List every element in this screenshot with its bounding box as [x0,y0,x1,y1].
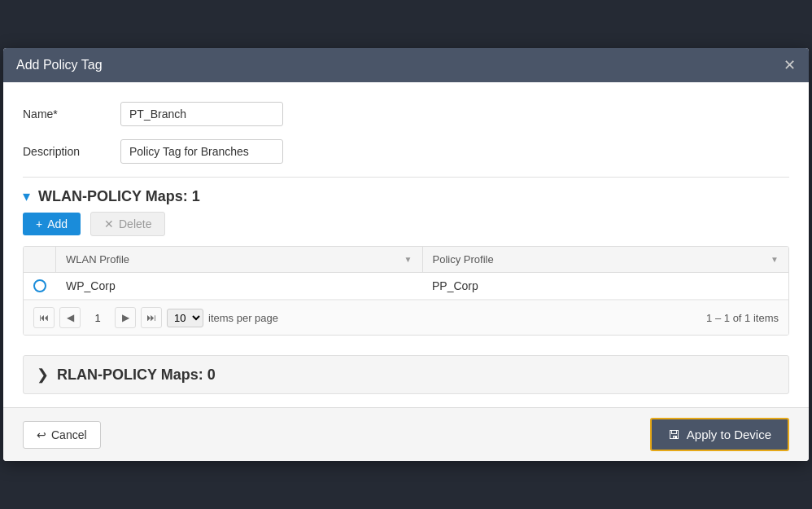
plus-icon: + [36,217,42,230]
policy-profile-header-label: Policy Profile [433,253,494,265]
rlan-section-title: RLAN-POLICY Maps: 0 [57,366,216,384]
next-page-button[interactable]: ▶ [115,307,136,328]
add-button[interactable]: + Add [23,213,81,235]
policy-profile-cell: PP_Corp [422,273,788,299]
modal: Add Policy Tag ✕ Name* Description ▾ WLA… [3,48,809,461]
wlan-section-title: WLAN-POLICY Maps: 1 [38,188,200,205]
modal-header: Add Policy Tag ✕ [3,48,809,82]
cancel-button[interactable]: ↩ Cancel [23,421,101,449]
wlan-profile-header-label: WLAN Profile [66,253,129,265]
wlan-actions: + Add ✕ Delete [23,212,789,236]
pagination: ⏮ ◀ 1 ▶ ⏭ 10 25 50 items per page 1 – 1 … [24,300,788,335]
wlan-profile-value: WP_Corp [66,279,116,292]
policy-profile-header: Policy Profile ▼ [423,247,789,272]
modal-title: Add Policy Tag [16,58,103,72]
wlan-profile-sort-icon[interactable]: ▼ [404,255,413,264]
wlan-chevron-icon[interactable]: ▾ [23,187,30,205]
wlan-section-body: + Add ✕ Delete WLAN Profile ▼ [23,212,789,345]
save-icon: 🖫 [668,428,680,441]
cancel-label: Cancel [51,428,87,441]
add-label: Add [47,217,68,230]
name-label: Name* [23,108,120,121]
modal-close-button[interactable]: ✕ [784,58,796,72]
apply-to-device-button[interactable]: 🖫 Apply to Device [650,418,789,451]
policy-profile-value: PP_Corp [432,279,478,292]
description-row: Description [23,139,789,164]
last-page-button[interactable]: ⏭ [141,307,162,328]
rlan-chevron-icon[interactable]: ❯ [37,366,49,384]
policy-profile-sort-icon[interactable]: ▼ [771,255,779,264]
apply-label: Apply to Device [687,428,771,441]
table-row: WP_Corp PP_Corp [24,273,788,300]
items-per-page-label: items per page [208,312,278,324]
wlan-profile-header: WLAN Profile ▼ [56,247,423,272]
delete-x-icon: ✕ [104,217,114,230]
current-page: 1 [85,312,110,324]
per-page-select[interactable]: 10 25 50 [167,309,203,327]
row-checkbox-cell[interactable] [24,273,56,299]
modal-footer: ↩ Cancel 🖫 Apply to Device [3,407,809,461]
modal-body: Name* Description ▾ WLAN-POLICY Maps: 1 … [3,82,809,394]
modal-overlay: Add Policy Tag ✕ Name* Description ▾ WLA… [0,0,812,509]
name-input[interactable] [120,102,283,126]
rlan-section: ❯ RLAN-POLICY Maps: 0 [23,355,789,394]
first-page-button[interactable]: ⏮ [33,307,55,328]
prev-page-button[interactable]: ◀ [59,307,81,328]
wlan-table: WLAN Profile ▼ Policy Profile ▼ [23,246,789,336]
wlan-section-header: ▾ WLAN-POLICY Maps: 1 [23,177,789,212]
description-label: Description [23,145,120,158]
cancel-icon: ↩ [37,428,46,441]
rlan-section-header: ❯ RLAN-POLICY Maps: 0 [37,356,775,393]
table-header: WLAN Profile ▼ Policy Profile ▼ [24,247,788,273]
row-checkbox[interactable] [33,279,46,292]
description-input[interactable] [120,139,283,164]
pagination-info: 1 – 1 of 1 items [706,312,779,324]
delete-button[interactable]: ✕ Delete [90,212,165,236]
wlan-profile-cell: WP_Corp [56,273,422,299]
name-row: Name* [23,102,789,126]
delete-label: Delete [119,217,151,230]
